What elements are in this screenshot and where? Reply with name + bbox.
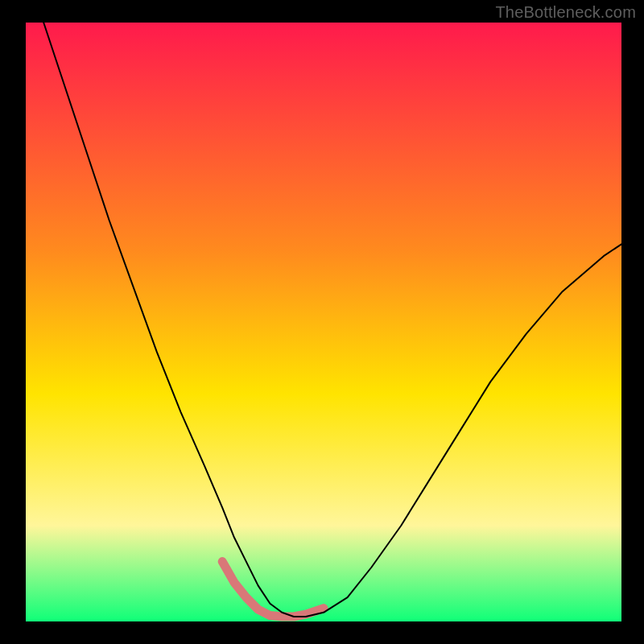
bottleneck-chart — [0, 0, 644, 644]
plot-background — [26, 23, 621, 621]
watermark-text: TheBottleneck.com — [495, 3, 636, 22]
chart-frame: TheBottleneck.com — [0, 0, 644, 644]
